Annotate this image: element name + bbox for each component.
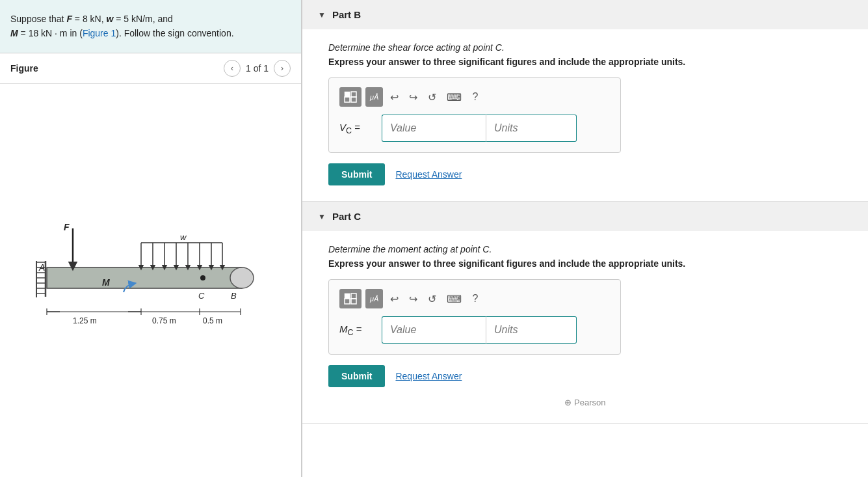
part-b-header[interactable]: ▼ Part B — [302, 0, 868, 29]
part-b-redo-btn[interactable]: ↪ — [406, 89, 421, 106]
svg-text:w: w — [180, 232, 187, 242]
part-c-content: Determine the moment acting at point C. … — [302, 231, 868, 423]
figure-count: 1 of 1 — [246, 63, 269, 74]
problem-statement: Suppose that F = 8 kN, w = 5 kN/m, and M… — [0, 0, 301, 53]
part-b-answer-box: μÅ ↩ ↪ ↺ ⌨ ? VC = — [328, 77, 621, 153]
part-c-title: Part C — [332, 211, 361, 222]
figure-header: Figure ‹ 1 of 1 › — [0, 53, 301, 84]
part-c-value-input[interactable] — [382, 316, 486, 344]
part-b-keyboard-btn[interactable]: ⌨ — [443, 89, 465, 106]
part-b-input-row: VC = — [339, 115, 610, 142]
svg-rect-44 — [345, 293, 350, 299]
part-c-redo-btn[interactable]: ↪ — [406, 290, 421, 308]
figure-next-btn[interactable]: › — [274, 60, 291, 77]
part-b-units-input[interactable] — [486, 115, 577, 142]
part-b-chevron: ▼ — [318, 10, 326, 20]
svg-point-24 — [230, 267, 254, 288]
figure-prev-btn[interactable]: ‹ — [224, 60, 241, 77]
pearson-label: ⊕ Pearson — [564, 398, 605, 407]
part-c-symbol-btn[interactable]: μÅ — [365, 289, 383, 308]
moment-var: M — [10, 28, 18, 38]
part-c-instruction: Express your answer to three significant… — [328, 258, 842, 269]
part-b-content: Determine the shear force acting at poin… — [302, 29, 868, 201]
part-c-answer-box: μÅ ↩ ↪ ↺ ⌨ ? MC = — [328, 279, 621, 355]
svg-text:0.75 m: 0.75 m — [152, 316, 176, 325]
part-c-refresh-btn[interactable]: ↺ — [425, 290, 440, 308]
svg-point-25 — [200, 275, 205, 280]
part-b-value-input[interactable] — [382, 115, 486, 142]
part-b-section: ▼ Part B Determine the shear force actin… — [302, 0, 868, 202]
figure-title: Figure — [10, 63, 38, 74]
part-c-header[interactable]: ▼ Part C — [302, 202, 868, 231]
part-c-description: Determine the moment acting at point C. — [328, 244, 842, 254]
svg-text:0.5 m: 0.5 m — [203, 316, 222, 325]
svg-rect-46 — [345, 299, 350, 304]
part-c-chevron: ▼ — [318, 212, 326, 221]
figure-nav: ‹ 1 of 1 › — [224, 60, 291, 77]
part-c-keyboard-btn[interactable]: ⌨ — [443, 290, 465, 308]
pearson-logo-area: ⊕ Pearson — [328, 392, 842, 407]
force-var: F — [66, 14, 72, 24]
svg-rect-42 — [345, 97, 350, 102]
svg-rect-43 — [351, 97, 356, 102]
part-b-action-row: Submit Request Answer — [328, 163, 842, 185]
svg-text:B: B — [231, 291, 237, 301]
part-b-refresh-btn[interactable]: ↺ — [425, 89, 440, 106]
part-c-request-link[interactable]: Request Answer — [395, 371, 462, 381]
left-panel: Suppose that F = 8 kN, w = 5 kN/m, and M… — [0, 0, 302, 477]
svg-text:F: F — [64, 222, 70, 232]
part-b-help-btn[interactable]: ? — [469, 89, 481, 105]
part-b-format-btn[interactable] — [339, 87, 362, 107]
svg-text:1.25 m: 1.25 m — [73, 316, 97, 325]
part-b-undo-btn[interactable]: ↩ — [387, 89, 402, 106]
right-panel: ▼ Part B Determine the shear force actin… — [302, 0, 868, 477]
figure-diagram: A w — [27, 196, 274, 365]
figure-link[interactable]: Figure 1 — [83, 28, 116, 38]
part-b-toolbar: μÅ ↩ ↪ ↺ ⌨ ? — [339, 87, 610, 107]
svg-rect-41 — [351, 92, 356, 97]
part-c-help-btn[interactable]: ? — [469, 290, 481, 307]
part-c-input-label: MC = — [339, 323, 375, 337]
part-c-undo-btn[interactable]: ↩ — [387, 290, 402, 308]
part-c-format-btn[interactable] — [339, 289, 362, 308]
svg-rect-0 — [47, 267, 242, 288]
part-c-action-row: Submit Request Answer — [328, 365, 842, 387]
part-b-input-label: VC = — [339, 122, 375, 135]
svg-text:M: M — [102, 277, 110, 288]
dist-load-var: w — [107, 14, 114, 24]
svg-rect-47 — [351, 299, 356, 304]
svg-text:A: A — [38, 262, 45, 273]
figure-area: A w — [0, 84, 301, 477]
part-c-toolbar: μÅ ↩ ↪ ↺ ⌨ ? — [339, 289, 610, 308]
part-c-units-input[interactable] — [486, 316, 577, 344]
part-c-input-row: MC = — [339, 316, 610, 344]
part-b-description: Determine the shear force acting at poin… — [328, 42, 842, 53]
svg-rect-40 — [345, 92, 350, 97]
svg-text:C: C — [198, 291, 205, 301]
part-b-instruction: Express your answer to three significant… — [328, 57, 842, 67]
part-b-submit-btn[interactable]: Submit — [328, 163, 385, 185]
part-b-symbol-btn[interactable]: μÅ — [365, 87, 383, 107]
svg-rect-45 — [351, 293, 356, 299]
part-c-section: ▼ Part C Determine the moment acting at … — [302, 202, 868, 424]
part-c-submit-btn[interactable]: Submit — [328, 365, 385, 387]
part-b-title: Part B — [332, 9, 361, 20]
part-b-request-link[interactable]: Request Answer — [395, 169, 462, 180]
